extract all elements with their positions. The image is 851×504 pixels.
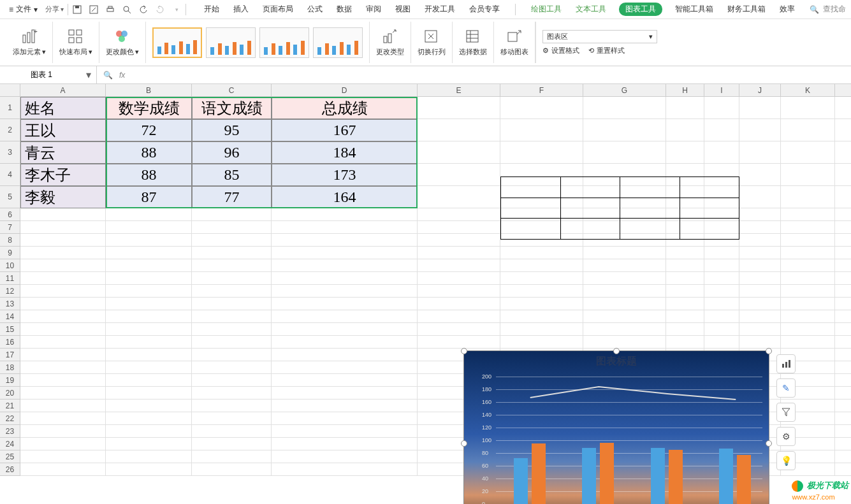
column-header[interactable]: I (704, 84, 739, 97)
cell[interactable] (781, 298, 835, 310)
cell[interactable] (666, 141, 704, 164)
redo-icon[interactable] (155, 4, 165, 15)
row-header[interactable]: 4 (0, 164, 20, 186)
cell[interactable] (272, 208, 418, 221)
cell[interactable] (583, 141, 666, 164)
cell[interactable] (835, 361, 851, 374)
cell[interactable] (739, 186, 781, 208)
cell[interactable] (192, 272, 272, 285)
row-header[interactable]: 25 (0, 450, 20, 463)
cell[interactable] (835, 425, 851, 438)
cell[interactable] (20, 272, 106, 285)
cell[interactable] (106, 221, 192, 234)
tab-review[interactable]: 审阅 (365, 1, 382, 17)
cell[interactable] (418, 259, 500, 272)
cell[interactable] (500, 336, 583, 349)
cell[interactable] (739, 141, 781, 164)
cell[interactable]: 总成绩 (272, 97, 418, 119)
row-header[interactable]: 20 (0, 387, 20, 400)
column-header[interactable]: C (192, 84, 272, 97)
cell[interactable] (835, 221, 851, 234)
cell[interactable]: 96 (192, 141, 272, 164)
tab-view[interactable]: 视图 (394, 1, 412, 17)
resize-handle-w[interactable] (461, 440, 467, 447)
row-header[interactable]: 7 (0, 221, 20, 234)
cell[interactable] (418, 336, 500, 349)
cell[interactable] (704, 310, 739, 323)
save-icon[interactable] (72, 4, 82, 15)
cell[interactable] (20, 361, 106, 374)
cell[interactable] (192, 425, 272, 438)
change-type-button[interactable]: 更改类型 (370, 22, 411, 63)
chart-object[interactable]: 图表标题 020406080100120140160180200 王以青云李木子… (463, 350, 769, 504)
row-header[interactable]: 24 (0, 438, 20, 450)
cell[interactable] (192, 438, 272, 450)
cell[interactable] (704, 285, 739, 298)
cell[interactable] (781, 97, 835, 119)
row-header[interactable]: 23 (0, 425, 20, 438)
cell[interactable] (192, 298, 272, 310)
column-header[interactable]: D (272, 84, 418, 97)
cell[interactable] (272, 387, 418, 400)
empty-bordered-table[interactable] (500, 176, 739, 240)
cell[interactable] (835, 234, 851, 247)
chart-elements-button[interactable] (776, 354, 796, 373)
cell[interactable] (835, 186, 851, 208)
cell[interactable] (192, 285, 272, 298)
zoom-icon[interactable]: 🔍 (103, 71, 113, 80)
cell[interactable] (835, 285, 851, 298)
cell[interactable] (500, 119, 583, 141)
cell[interactable] (418, 141, 500, 164)
cell[interactable] (20, 374, 106, 387)
cell[interactable] (835, 450, 851, 463)
cell[interactable] (835, 374, 851, 387)
cell[interactable]: 88 (106, 141, 192, 164)
cell[interactable] (192, 208, 272, 221)
cell[interactable] (192, 259, 272, 272)
cell[interactable] (781, 208, 835, 221)
cell[interactable] (835, 310, 851, 323)
cell[interactable] (835, 438, 851, 450)
cell[interactable] (781, 323, 835, 336)
cell[interactable] (20, 208, 106, 221)
cell[interactable] (106, 412, 192, 425)
tab-home[interactable]: 开始 (203, 1, 221, 17)
row-header[interactable]: 14 (0, 310, 20, 323)
cell[interactable]: 184 (272, 141, 418, 164)
cell[interactable] (192, 361, 272, 374)
cell[interactable] (418, 119, 500, 141)
chart-idea-button[interactable]: 💡 (776, 451, 796, 470)
cell[interactable] (666, 119, 704, 141)
column-header[interactable]: B (106, 84, 192, 97)
cell[interactable] (192, 323, 272, 336)
cell[interactable] (835, 323, 851, 336)
column-header[interactable]: F (500, 84, 583, 97)
cell[interactable] (583, 336, 666, 349)
cell[interactable] (418, 247, 500, 259)
cell[interactable] (106, 272, 192, 285)
cell[interactable] (192, 450, 272, 463)
cell[interactable] (739, 97, 781, 119)
cell[interactable] (739, 247, 781, 259)
cell[interactable] (192, 412, 272, 425)
tab-chart-tools[interactable]: 图表工具 (619, 3, 662, 16)
cell[interactable] (739, 234, 781, 247)
cell[interactable]: 72 (106, 119, 192, 141)
cell[interactable] (835, 298, 851, 310)
chart-style-2[interactable] (206, 27, 256, 58)
cell[interactable] (835, 141, 851, 164)
row-header[interactable]: 3 (0, 141, 20, 164)
cell[interactable] (106, 349, 192, 361)
cell[interactable] (192, 310, 272, 323)
cell[interactable] (418, 323, 500, 336)
cell[interactable] (106, 323, 192, 336)
cell[interactable] (418, 164, 500, 186)
column-header[interactable]: A (20, 84, 106, 97)
cell[interactable] (272, 336, 418, 349)
cell[interactable] (781, 310, 835, 323)
cell[interactable] (272, 463, 418, 476)
preview-icon[interactable] (122, 4, 132, 15)
cell[interactable] (192, 336, 272, 349)
cell[interactable] (739, 272, 781, 285)
chart-style-button[interactable]: ✎ (776, 378, 796, 398)
